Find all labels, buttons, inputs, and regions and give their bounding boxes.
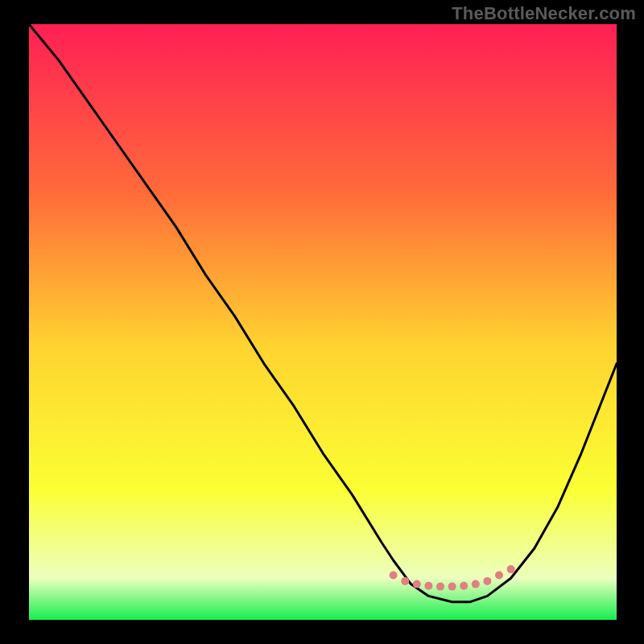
optimal-marker-dot: [424, 582, 432, 590]
watermark-text: TheBottleNecker.com: [452, 3, 636, 24]
optimal-marker-dot: [507, 565, 515, 573]
optimal-marker-dot: [495, 572, 503, 580]
chart-svg: [0, 0, 644, 644]
optimal-marker-dot: [448, 583, 456, 591]
optimal-marker-dot: [472, 580, 480, 588]
optimal-marker-dot: [401, 577, 409, 585]
optimal-marker-dot: [460, 582, 468, 590]
plot-background: [29, 24, 617, 620]
optimal-marker-dot: [436, 583, 444, 591]
chart-container: TheBottleNecker.com: [0, 0, 644, 644]
optimal-marker-dot: [413, 580, 421, 588]
optimal-marker-dot: [483, 577, 491, 585]
optimal-marker-dot: [390, 572, 398, 580]
